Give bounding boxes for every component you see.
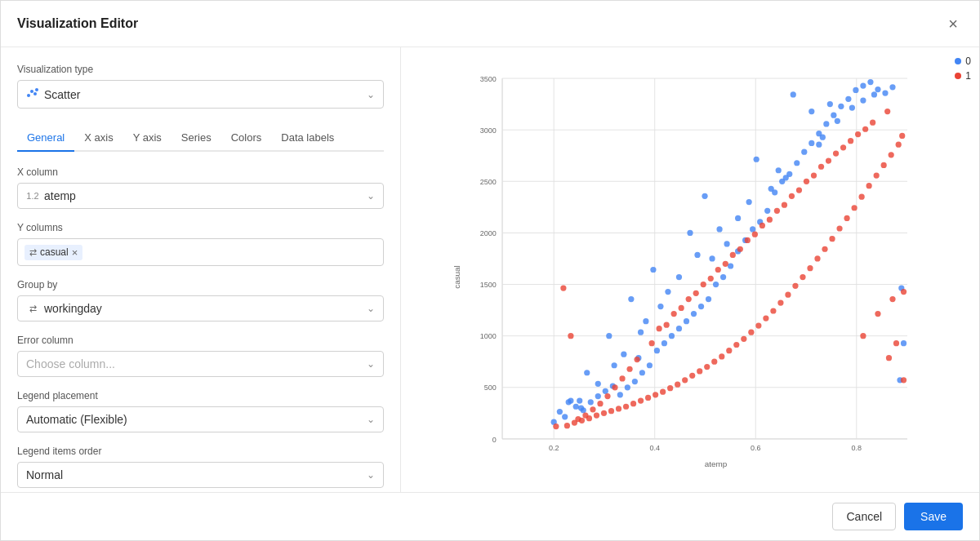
svg-point-118 <box>835 118 840 124</box>
legend-placement-select[interactable]: Automatic (Flexible) ⌄ <box>17 406 384 432</box>
legend-items-order-select[interactable]: Normal ⌄ <box>17 462 384 488</box>
svg-point-140 <box>704 364 710 370</box>
svg-point-207 <box>597 401 603 406</box>
svg-point-132 <box>645 395 651 401</box>
svg-point-191 <box>737 246 743 252</box>
svg-point-95 <box>849 105 855 111</box>
svg-point-56 <box>665 289 670 295</box>
svg-point-209 <box>582 412 588 418</box>
svg-point-129 <box>623 404 629 410</box>
tab-series[interactable]: Series <box>172 125 221 152</box>
y-column-tag-remove[interactable]: × <box>72 246 78 259</box>
svg-point-199 <box>855 131 861 137</box>
svg-point-116 <box>716 226 722 232</box>
svg-point-58 <box>720 274 726 280</box>
error-column-label: Error column <box>17 335 384 346</box>
svg-point-88 <box>628 296 634 302</box>
x-column-select[interactable]: 1.2 atemp ⌄ <box>17 183 384 209</box>
svg-point-74 <box>823 121 829 126</box>
tab-data-labels[interactable]: Data labels <box>271 125 344 152</box>
svg-point-105 <box>820 135 826 140</box>
svg-point-166 <box>896 142 902 148</box>
save-button[interactable]: Save <box>904 503 963 530</box>
svg-point-211 <box>860 333 866 339</box>
svg-point-127 <box>608 408 614 414</box>
svg-point-187 <box>679 305 684 311</box>
svg-point-156 <box>822 246 827 252</box>
svg-point-80 <box>791 91 796 97</box>
svg-text:0: 0 <box>492 436 497 444</box>
svg-point-186 <box>664 322 670 328</box>
svg-point-154 <box>807 265 813 271</box>
svg-point-57 <box>713 282 719 287</box>
svg-point-160 <box>851 205 857 211</box>
svg-point-70 <box>794 160 800 166</box>
svg-point-97 <box>889 84 895 90</box>
group-by-select[interactable]: ⇄ workingday ⌄ <box>17 295 384 321</box>
svg-point-78 <box>853 87 858 93</box>
svg-point-60 <box>709 255 715 261</box>
general-tabs: General X axis Y axis Series Colors Data… <box>17 125 384 152</box>
svg-point-65 <box>764 208 770 214</box>
svg-point-76 <box>838 104 844 109</box>
legend-items-order-chevron: ⌄ <box>367 469 375 481</box>
svg-point-50 <box>669 333 675 339</box>
y-column-tag-icon: ⇄ <box>29 247 37 258</box>
svg-point-49 <box>662 340 667 346</box>
legend-dot-0 <box>955 58 961 64</box>
svg-text:1500: 1500 <box>480 281 497 289</box>
svg-point-192 <box>752 232 758 237</box>
error-column-placeholder: Choose column... <box>26 357 115 370</box>
tab-general[interactable]: General <box>17 125 74 152</box>
error-column-select[interactable]: Choose column... ⌄ <box>17 351 384 377</box>
svg-point-138 <box>689 373 695 379</box>
svg-point-208 <box>590 406 595 412</box>
svg-text:2500: 2500 <box>480 178 497 186</box>
svg-point-150 <box>777 299 783 305</box>
svg-point-107 <box>882 90 888 95</box>
svg-point-82 <box>808 109 814 114</box>
svg-point-81 <box>827 101 833 107</box>
svg-point-164 <box>881 162 887 168</box>
y-columns-input[interactable]: ⇄ casual × <box>17 238 384 266</box>
svg-point-196 <box>811 172 817 178</box>
tab-colors[interactable]: Colors <box>221 125 272 152</box>
svg-point-172 <box>686 296 692 302</box>
svg-point-185 <box>649 340 655 346</box>
error-column-chevron: ⌄ <box>367 358 375 370</box>
legend-items-order-label: Legend items order <box>17 446 384 457</box>
svg-point-189 <box>708 276 714 282</box>
dialog-header: Visualization Editor × <box>1 1 979 47</box>
svg-point-169 <box>568 333 573 339</box>
svg-point-210 <box>575 416 581 422</box>
close-button[interactable]: × <box>943 14 963 33</box>
svg-point-43 <box>625 384 630 390</box>
svg-point-102 <box>578 405 584 410</box>
cancel-button[interactable]: Cancel <box>832 503 896 530</box>
svg-point-84 <box>754 157 760 162</box>
svg-point-104 <box>783 175 789 180</box>
svg-text:1000: 1000 <box>480 332 497 340</box>
svg-point-216 <box>886 355 892 361</box>
tab-y-axis[interactable]: Y axis <box>123 125 172 152</box>
y-columns-label: Y columns <box>17 222 384 233</box>
svg-point-201 <box>884 109 890 114</box>
svg-point-91 <box>566 399 572 405</box>
viz-type-select[interactable]: Scatter ⌄ <box>17 80 384 109</box>
svg-point-121 <box>564 423 570 428</box>
tab-x-axis[interactable]: X axis <box>74 125 122 152</box>
scatter-icon <box>26 86 39 102</box>
svg-point-145 <box>741 336 746 342</box>
svg-point-146 <box>748 330 754 335</box>
svg-point-183 <box>848 138 853 144</box>
svg-point-195 <box>796 188 802 193</box>
svg-point-87 <box>650 267 656 273</box>
svg-point-158 <box>836 225 842 231</box>
svg-point-125 <box>594 412 599 418</box>
svg-point-205 <box>612 384 617 390</box>
legend-label-1: 1 <box>965 70 971 82</box>
svg-point-215 <box>893 340 899 346</box>
svg-point-59 <box>728 263 733 268</box>
svg-point-168 <box>560 285 566 290</box>
svg-point-113 <box>638 330 644 335</box>
